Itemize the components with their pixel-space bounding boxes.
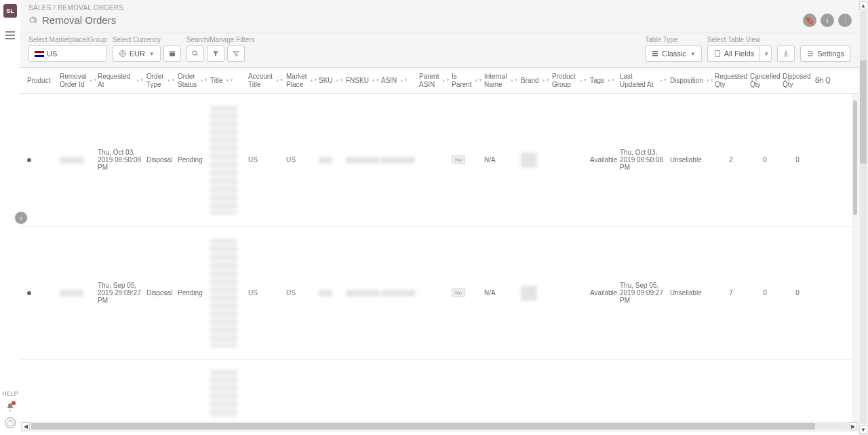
blurred-cell bbox=[381, 157, 415, 164]
settings-button[interactable]: Settings bbox=[800, 45, 850, 62]
notifications-icon[interactable] bbox=[5, 402, 15, 412]
table-vertical-scrollbar[interactable] bbox=[852, 94, 859, 421]
th-account-title[interactable]: Account Title▲▼ bbox=[247, 70, 285, 92]
table-type-selector[interactable]: Classic ▼ bbox=[645, 45, 701, 62]
cell-disposition: Unsellable bbox=[669, 153, 713, 166]
table-row[interactable]: Thu, Oct 03, 2019 08:50:08 PM Disposal P… bbox=[20, 94, 859, 227]
th-internal-name[interactable]: Internal Name▲▼ bbox=[483, 70, 519, 92]
data-table: Product Removal Order Id▲▼ Requested At▲… bbox=[20, 68, 859, 435]
th-is-parent[interactable]: Is Parent▲▼ bbox=[450, 70, 483, 92]
marketplace-selector[interactable]: US bbox=[28, 45, 107, 62]
page-header: SALES / REMOVAL ORDERS Removal Orders 🔖 … bbox=[20, 0, 859, 33]
blurred-cell bbox=[319, 290, 332, 297]
th-asin[interactable]: ASIN▲▼ bbox=[380, 74, 418, 88]
product-dot-icon bbox=[27, 291, 31, 295]
blurred-cell bbox=[381, 290, 415, 297]
more-icon[interactable]: ⋮ bbox=[838, 14, 852, 27]
svg-rect-6 bbox=[652, 55, 658, 56]
th-cancelled-qty[interactable]: Cancelled Qty▲▼ bbox=[749, 70, 781, 92]
cell-disposed-qty: 0 bbox=[781, 286, 814, 299]
toolbar: Select Marketplace/Group US Select Curre… bbox=[20, 33, 859, 68]
svg-rect-4 bbox=[652, 51, 658, 52]
svg-point-3 bbox=[193, 51, 197, 55]
reset-filter-button[interactable] bbox=[227, 45, 245, 62]
window-vertical-scrollbar[interactable]: ▲ ▼ bbox=[859, 0, 868, 435]
breadcrumb: SALES / REMOVAL ORDERS bbox=[28, 4, 850, 12]
removal-orders-icon bbox=[28, 16, 38, 25]
blurred-cell bbox=[210, 370, 237, 417]
blurred-cell bbox=[319, 157, 332, 164]
product-dot-icon bbox=[27, 158, 31, 162]
th-product-group[interactable]: Product Group▲▼ bbox=[551, 70, 589, 92]
cell-requested-qty: 7 bbox=[713, 286, 749, 299]
scroll-up-icon[interactable]: ▲ bbox=[859, 1, 867, 10]
download-button[interactable] bbox=[777, 45, 795, 62]
th-order-type[interactable]: Order Type▲▼ bbox=[145, 70, 176, 92]
table-type-label: Table Type bbox=[645, 36, 701, 43]
menu-toggle-icon[interactable] bbox=[5, 31, 15, 39]
th-removal-order-id[interactable]: Removal Order Id▲▼ bbox=[58, 70, 96, 92]
scroll-left-icon[interactable]: ◀ bbox=[22, 422, 30, 430]
is-parent-badge: No bbox=[452, 155, 465, 164]
scroll-down-icon[interactable]: ▼ bbox=[859, 425, 867, 434]
svg-point-8 bbox=[809, 51, 810, 52]
page-title: Removal Orders bbox=[42, 14, 116, 26]
th-requested-qty[interactable]: Requested Qty▲▼ bbox=[713, 70, 749, 92]
breadcrumb-current: REMOVAL ORDERS bbox=[58, 4, 124, 12]
blurred-cell bbox=[60, 290, 83, 297]
currency-selector[interactable]: EUR ▼ bbox=[113, 45, 161, 62]
info-icon[interactable]: i bbox=[821, 14, 834, 27]
th-disposed-qty[interactable]: Disposed Qty▲▼ bbox=[781, 70, 814, 92]
cell-cancelled-qty: 0 bbox=[749, 153, 781, 166]
is-parent-badge: No bbox=[452, 288, 465, 297]
bookmark-icon[interactable]: 🔖 bbox=[803, 14, 816, 27]
cell-internal-name: N/A bbox=[483, 286, 519, 299]
th-requested-at[interactable]: Requested At▲▼ bbox=[96, 70, 145, 92]
cell-tags: Available bbox=[589, 153, 618, 166]
cell-marketplace: US bbox=[285, 286, 317, 299]
th-marketplace[interactable]: Market Place▲▼ bbox=[285, 70, 317, 92]
cell-internal-name: N/A bbox=[483, 153, 519, 166]
table-body[interactable]: Thu, Oct 03, 2019 08:50:08 PM Disposal P… bbox=[20, 94, 859, 421]
help-label[interactable]: HELP bbox=[2, 390, 18, 397]
th-title[interactable]: Title▲▼ bbox=[209, 74, 247, 88]
breadcrumb-parent[interactable]: SALES bbox=[28, 4, 52, 12]
table-header-row: Product Removal Order Id▲▼ Requested At▲… bbox=[20, 68, 859, 94]
th-product[interactable]: Product bbox=[26, 74, 58, 88]
th-brand[interactable]: Brand▲▼ bbox=[519, 74, 551, 88]
table-view-dropdown[interactable]: ▼ bbox=[760, 45, 772, 62]
svg-rect-1 bbox=[170, 52, 175, 57]
scroll-right-icon[interactable]: ▶ bbox=[849, 422, 857, 430]
th-parent-asin[interactable]: Parent ASIN▲▼ bbox=[418, 70, 450, 92]
th-shipped-qty[interactable]: Sh Q bbox=[814, 74, 834, 88]
table-row[interactable] bbox=[20, 360, 859, 421]
cell-order-status: Pending bbox=[176, 153, 209, 166]
filter-button[interactable] bbox=[207, 45, 224, 62]
th-tags[interactable]: Tags▲▼ bbox=[589, 74, 618, 88]
search-button[interactable] bbox=[186, 45, 204, 62]
table-view-label: Select Table View bbox=[707, 36, 772, 43]
th-disposition[interactable]: Disposition▲▼ bbox=[669, 74, 713, 88]
sidebar-collapse-icon[interactable]: ‹ bbox=[15, 212, 27, 224]
blurred-cell bbox=[210, 239, 237, 347]
cell-requested-at: Thu, Sep 05, 2019 29:09:27 PM bbox=[96, 279, 145, 307]
cell-tags: Available bbox=[589, 286, 618, 299]
app-logo[interactable]: SL bbox=[3, 4, 17, 18]
svg-rect-5 bbox=[652, 53, 658, 54]
account-icon[interactable]: ◯ bbox=[5, 417, 16, 428]
date-picker-button[interactable] bbox=[163, 45, 181, 62]
cell-requested-qty: 2 bbox=[713, 153, 749, 166]
svg-point-9 bbox=[811, 53, 812, 54]
table-horizontal-scrollbar[interactable]: ◀ ▶ bbox=[20, 421, 859, 431]
table-view-selector[interactable]: All Fields bbox=[707, 45, 760, 62]
blurred-cell bbox=[346, 290, 380, 297]
cell-last-updated: Thu, Sep 05, 2019 09:09:27 PM bbox=[618, 279, 669, 307]
th-fnsku[interactable]: FNSKU▲▼ bbox=[344, 74, 380, 88]
blurred-cell bbox=[521, 153, 537, 168]
table-row[interactable]: Thu, Sep 05, 2019 29:09:27 PM Disposal P… bbox=[20, 227, 859, 360]
svg-rect-2 bbox=[170, 53, 175, 54]
th-sku[interactable]: SKU▲▼ bbox=[317, 74, 344, 88]
cell-marketplace: US bbox=[285, 153, 317, 166]
th-last-updated[interactable]: Last Updated At▲▼ bbox=[618, 70, 669, 92]
th-order-status[interactable]: Order Status▲▼ bbox=[176, 70, 209, 92]
